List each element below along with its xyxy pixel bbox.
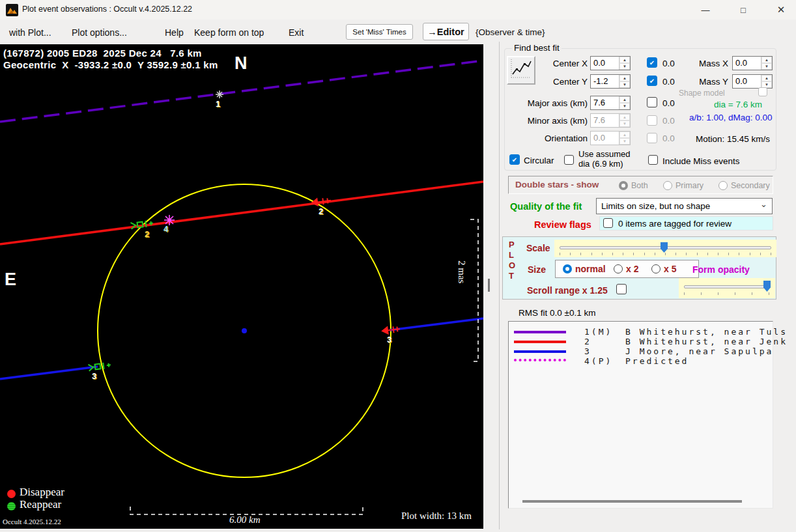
double-stars-secondary-radio xyxy=(718,181,728,190)
center-y-input[interactable]: -1.2 ▲▼ xyxy=(590,74,631,89)
reappear-marker-3 xyxy=(88,361,111,371)
observer-1-name: B Whitehurst, near Tuls xyxy=(625,327,788,337)
form-opacity-slider-ticks xyxy=(684,292,770,295)
include-miss-checkbox[interactable] xyxy=(648,155,658,165)
orientation-value: 0.0 xyxy=(591,132,619,145)
mass-y-spin-up-icon[interactable]: ▲ xyxy=(761,75,772,81)
center-y-spin-up-icon[interactable]: ▲ xyxy=(619,75,630,81)
disappear-label: Disappear xyxy=(20,486,64,499)
track-3-line-right xyxy=(390,318,483,330)
center-y-spin-down-icon[interactable]: ▼ xyxy=(619,81,630,88)
double-stars-primary-radio xyxy=(663,181,672,190)
splitter-handle[interactable] xyxy=(488,279,490,292)
scale-bar xyxy=(130,507,363,514)
size-x2-radio[interactable] xyxy=(614,264,623,273)
minor-axis-value: 7.6 xyxy=(591,114,619,127)
quality-dropdown[interactable]: Limits on size, but no shape ⌄ xyxy=(596,198,773,214)
center-x-flag: 0.0 xyxy=(662,59,675,68)
double-stars-primary-label: Primary xyxy=(675,181,704,190)
mass-x-spin-down-icon[interactable]: ▼ xyxy=(761,63,772,70)
orientation-label: Orientation xyxy=(515,133,588,143)
marker-label-2-reappear: 2 xyxy=(145,229,149,239)
scale-slider[interactable] xyxy=(554,240,776,257)
major-axis-label: Major axis (km) xyxy=(515,98,588,108)
dia-readout: dia = 7.6 km xyxy=(714,100,762,109)
minor-axis-fit-checkbox xyxy=(647,115,657,126)
size-normal-radio[interactable] xyxy=(563,264,572,273)
center-y-label: Center Y xyxy=(525,77,588,87)
form-opacity-label: Form opacity xyxy=(692,264,750,275)
major-axis-input[interactable]: 7.6 ▲▼ xyxy=(590,96,631,110)
mass-y-input[interactable]: 0.0 ▲▼ xyxy=(732,74,773,89)
scale-slider-thumb[interactable] xyxy=(661,242,668,253)
observer-2-num: 2 xyxy=(584,337,591,346)
disappear-marker-2 xyxy=(311,197,331,206)
observer-1-line-sample xyxy=(514,331,566,333)
reappear-dot-icon xyxy=(7,502,16,511)
form-opacity-slider-track[interactable] xyxy=(684,285,770,288)
ab-dmag-readout: a/b: 1.00, dMag: 0.00 xyxy=(689,113,773,122)
review-flags-checkbox[interactable] xyxy=(603,218,613,228)
center-x-input[interactable]: 0.0 ▲▼ xyxy=(590,56,631,70)
major-axis-spin-down-icon[interactable]: ▼ xyxy=(619,103,630,109)
use-assumed-dia-label-2: dia (6.9 km) xyxy=(578,159,623,169)
mass-x-input[interactable]: 0.0 ▲▼ xyxy=(732,56,773,70)
center-x-fit-checkbox[interactable]: ✔ xyxy=(647,57,657,68)
shape-model-label: Shape model xyxy=(679,89,725,98)
mass-y-label: Mass Y xyxy=(692,77,728,87)
plot-title: (167872) 2005 ED28 2025 Dec 24 7.6 km xyxy=(3,48,202,59)
close-button[interactable]: ✕ xyxy=(766,0,796,20)
observer-1-num: 1(M) xyxy=(584,327,612,337)
orientation-input: 0.0 ▲▼ xyxy=(590,131,631,145)
center-x-value: 0.0 xyxy=(591,57,619,70)
menu-with-plot[interactable]: with Plot... xyxy=(9,27,51,38)
include-miss-label: Include Miss events xyxy=(662,156,740,166)
plot-area[interactable]: (167872) 2005 ED28 2025 Dec 24 7.6 km Ge… xyxy=(0,44,483,529)
center-dot xyxy=(242,328,247,333)
center-x-spin-down-icon[interactable]: ▼ xyxy=(619,63,630,70)
plot-canvas xyxy=(0,44,483,529)
observer-4-line-sample xyxy=(514,359,566,361)
set-miss-times-button[interactable]: Set 'Miss' Times xyxy=(346,24,413,40)
scale-label: Scale xyxy=(526,243,550,253)
observer-list-hscrollbar[interactable] xyxy=(522,500,742,503)
find-best-fit-label: Find best fit xyxy=(512,43,561,53)
double-stars-both-label: Both xyxy=(631,181,648,190)
menu-keep-on-top[interactable]: Keep form on top xyxy=(194,27,264,38)
review-flags-label: Review flags xyxy=(534,219,591,230)
center-x-spin-up-icon[interactable]: ▲ xyxy=(619,57,630,63)
check-icon: ✔ xyxy=(512,156,517,163)
minor-axis-spin-down-icon: ▼ xyxy=(619,120,630,127)
minimize-button[interactable]: — xyxy=(690,0,720,20)
form-opacity-slider-thumb[interactable] xyxy=(763,281,771,292)
menu-help[interactable]: Help xyxy=(165,27,184,38)
size-x2-label: x 2 xyxy=(626,264,638,274)
center-y-fit-checkbox[interactable]: ✔ xyxy=(647,76,657,86)
major-axis-fit-checkbox[interactable] xyxy=(647,97,657,107)
form-opacity-slider[interactable] xyxy=(679,278,775,298)
editor-button[interactable]: →Editor xyxy=(423,23,469,40)
plot-subtitle: Geocentric X -3933.2 ±0.0 Y 3592.9 ±0.1 … xyxy=(3,59,218,70)
maximize-button[interactable]: □ xyxy=(728,0,758,20)
orientation-spin-down-icon: ▼ xyxy=(619,138,630,145)
mass-x-spin-up-icon[interactable]: ▲ xyxy=(761,57,772,63)
minor-axis-spin-up-icon: ▲ xyxy=(619,114,630,120)
observer-4-name: Predicted xyxy=(625,356,689,366)
menu-exit[interactable]: Exit xyxy=(289,27,304,38)
orientation-flag: 0.0 xyxy=(662,133,675,143)
double-stars-both-radio xyxy=(619,181,628,190)
menu-bar: with Plot... Plot options... ? Help Keep… xyxy=(0,20,796,44)
size-label: Size xyxy=(528,264,546,275)
use-assumed-dia-checkbox[interactable] xyxy=(564,155,574,165)
menu-plot-options[interactable]: Plot options... xyxy=(72,27,127,38)
size-x5-radio[interactable] xyxy=(651,264,661,273)
reappear-label: Reappear xyxy=(20,498,61,511)
plot-letter-l: L xyxy=(509,250,514,260)
major-axis-spin-up-icon[interactable]: ▲ xyxy=(619,96,630,103)
scroll-range-checkbox[interactable] xyxy=(616,284,627,294)
minor-axis-label: Minor axis (km) xyxy=(515,116,588,126)
mass-x-value: 0.0 xyxy=(733,57,761,70)
observer-2-line-sample xyxy=(514,341,566,343)
observer-3-line-sample xyxy=(514,350,566,353)
circular-checkbox[interactable]: ✔ xyxy=(509,154,520,165)
